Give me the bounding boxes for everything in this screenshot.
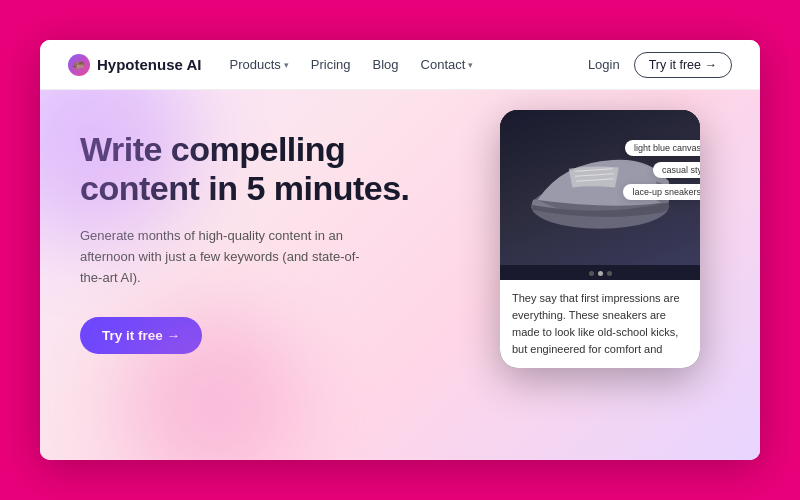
chevron-down-icon-2: ▾ <box>468 60 473 70</box>
phone-body-text: They say that first impressions are ever… <box>500 280 700 368</box>
phone-carousel-dots <box>500 265 700 280</box>
nav-contact[interactable]: Contact ▾ <box>421 57 474 72</box>
logo[interactable]: 🦛 Hypotenuse AI <box>68 54 201 76</box>
dot-1 <box>589 271 594 276</box>
logo-text: Hypotenuse AI <box>97 56 201 73</box>
login-link[interactable]: Login <box>588 57 620 72</box>
nav-cta-button[interactable]: Try it free → <box>634 52 732 78</box>
nav-right: Login Try it free → <box>588 52 732 78</box>
logo-icon: 🦛 <box>68 54 90 76</box>
nav-pricing[interactable]: Pricing <box>311 57 351 72</box>
hero-subtitle: Generate months of high-quality content … <box>80 226 370 288</box>
tag-lace-up-sneakers: lace-up sneakers <box>623 184 700 200</box>
dot-3 <box>607 271 612 276</box>
tag-light-blue-canvas: light blue canvas <box>625 140 700 156</box>
nav-products[interactable]: Products ▾ <box>229 57 288 72</box>
chevron-down-icon: ▾ <box>284 60 289 70</box>
nav-blog[interactable]: Blog <box>373 57 399 72</box>
phone-image: light blue canvas casual style lace-up s… <box>500 110 700 265</box>
navbar: 🦛 Hypotenuse AI Products ▾ Pricing Blog … <box>40 40 760 90</box>
phone-mockup: light blue canvas casual style lace-up s… <box>500 110 700 368</box>
hero-right: light blue canvas casual style lace-up s… <box>440 90 760 460</box>
sneaker-background: light blue canvas casual style lace-up s… <box>500 110 700 265</box>
tag-casual-style: casual style <box>653 162 700 178</box>
browser-window: 🦛 Hypotenuse AI Products ▾ Pricing Blog … <box>40 40 760 460</box>
dot-2 <box>598 271 603 276</box>
hero-section: Write compelling content in 5 minutes. G… <box>40 90 760 460</box>
nav-links: Products ▾ Pricing Blog Contact ▾ <box>229 57 587 72</box>
